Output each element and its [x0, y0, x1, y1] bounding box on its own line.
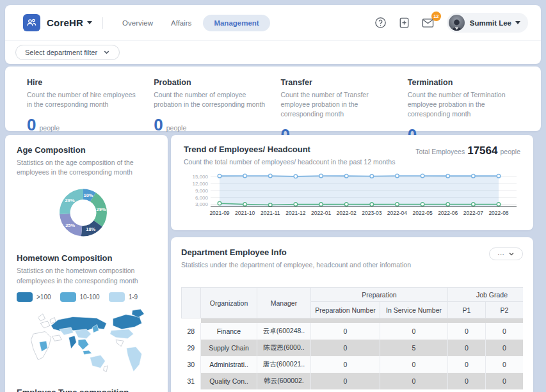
brand-title: CoreHR — [47, 17, 83, 28]
trend-line-chart: 3,0006,0009,00012,00015,0002021-092021-1… — [179, 168, 524, 226]
cell-value: 0 — [448, 340, 486, 356]
donut-slice-label: 18% — [86, 227, 95, 233]
cell-value: 0 — [311, 340, 380, 356]
user-menu[interactable]: Summit Lee — [447, 13, 528, 33]
cell-value: 0 — [448, 373, 486, 389]
trend-panel: Trend of Employees/ Headcount Count the … — [171, 135, 533, 230]
corehr-logo-icon — [23, 14, 40, 31]
y-tick-label: 3,000 — [195, 201, 209, 207]
stat-unit: people — [166, 124, 187, 132]
cell-rownum: 30 — [182, 356, 201, 373]
x-tick-label: 2021-09 — [209, 210, 229, 216]
cell-value: 0 — [311, 373, 380, 389]
x-tick-label: 2022-06 — [438, 210, 458, 216]
x-tick-label: 2023-03 — [362, 210, 381, 216]
stat-value: 0 — [154, 115, 163, 135]
stat-probation: ProbationCount the number of employee pr… — [146, 67, 273, 131]
data-point — [421, 174, 424, 178]
stat-title: Transfer — [281, 78, 392, 87]
x-tick-label: 2022-04 — [387, 210, 407, 216]
stat-title: Hire — [27, 78, 138, 87]
help-icon[interactable] — [374, 16, 388, 30]
y-tick-label: 12,000 — [193, 181, 209, 187]
employee-type-section: Employee Type composition Statistics on … — [17, 388, 156, 392]
cell-manager: 云卓(600248.. — [257, 323, 311, 340]
x-tick-label: 2022-02 — [337, 210, 357, 216]
nav-item-affairs[interactable]: Affairs — [165, 15, 198, 31]
data-point — [472, 174, 476, 178]
col-p1: P1 — [448, 302, 486, 318]
cell-rownum: 29 — [182, 340, 201, 356]
cell-manager: 唐古(600021.. — [257, 356, 311, 373]
stat-transfer: TransferCount the number of Transfer emp… — [273, 67, 400, 131]
avatar — [449, 15, 465, 31]
cell-rownum: 28 — [182, 323, 201, 340]
col-p2: P2 — [486, 302, 523, 318]
nav-item-overview[interactable]: Overview — [116, 15, 159, 31]
trend-title: Trend of Employees/ Headcount — [184, 145, 395, 154]
col-in-service-number: In Service Number — [380, 302, 448, 318]
col-organization: Organization — [201, 288, 257, 318]
legend-swatch — [109, 292, 125, 302]
group-preparation: Preparation — [311, 288, 448, 302]
cell-value: 0 — [486, 340, 523, 356]
hometown-composition-section: Hometown Composition Statistics on the h… — [17, 253, 156, 382]
mail-badge: 12 — [431, 12, 441, 21]
total-employees-unit: people — [500, 148, 520, 155]
more-options-button[interactable]: ··· — [489, 247, 523, 260]
data-point — [344, 174, 348, 178]
x-tick-label: 2022-07 — [463, 210, 483, 216]
cell-organization: Supply Chain — [201, 340, 257, 356]
data-point — [472, 203, 476, 207]
brand-menu[interactable]: CoreHR — [40, 17, 92, 28]
series-line-employees — [220, 176, 499, 176]
nav-item-management[interactable]: Management — [203, 15, 269, 31]
legend-label: >100 — [36, 294, 51, 301]
cell-rownum: 31 — [182, 373, 201, 389]
legend-item: 1-9 — [109, 292, 138, 302]
data-point — [268, 203, 272, 207]
y-tick-label: 6,000 — [195, 195, 209, 201]
cell-value: 0 — [448, 323, 486, 340]
data-point — [421, 203, 424, 207]
data-point — [396, 203, 399, 207]
hometown-legend: >10010-1001-9 — [17, 292, 156, 302]
cell-manager: 陈霞恩(6000.. — [257, 340, 311, 356]
ellipsis-icon: ··· — [497, 251, 504, 257]
data-point — [268, 174, 272, 178]
data-point — [497, 174, 501, 178]
x-tick-label: 2022-01 — [311, 210, 331, 216]
col-rownum — [182, 288, 201, 318]
data-point — [243, 203, 247, 207]
trend-desc: Count the total number of employees/ hea… — [184, 157, 395, 167]
cell-value: 0 — [486, 356, 523, 373]
data-point — [370, 175, 374, 178]
composition-panel: Age Composition Statistics on the age co… — [5, 135, 168, 392]
x-tick-label: 2022-08 — [488, 210, 508, 216]
cell-value: 0 — [380, 356, 448, 373]
main-nav: OverviewAffairsManagement — [116, 15, 270, 31]
department-desc: Statistics under the department of emplo… — [181, 260, 411, 270]
hometown-composition-desc: Statistics on the hometown composition o… — [17, 266, 156, 285]
data-point — [218, 201, 221, 205]
new-document-icon[interactable] — [397, 16, 412, 30]
cell-value: 0 — [448, 356, 486, 373]
corehr-dashboard: { "nav": { "brand": "CoreHR", "items": [… — [0, 0, 546, 392]
mail-icon[interactable]: 12 — [421, 16, 435, 30]
cell-organization: Quality Con.. — [201, 373, 257, 389]
table-row: 29Supply Chain陈霞恩(6000..0500 — [182, 340, 524, 356]
department-filter-select[interactable]: Select department filter — [15, 45, 120, 60]
x-tick-label: 2021-12 — [285, 210, 305, 216]
cell-value: 0 — [486, 323, 523, 340]
legend-item: 10-100 — [60, 292, 100, 302]
stat-desc: Count the number of Termination employee… — [408, 90, 519, 120]
age-composition-title: Age Composition — [17, 145, 156, 155]
legend-label: 1-9 — [129, 294, 138, 301]
cell-value: 0 — [311, 356, 380, 373]
user-name: Summit Lee — [470, 19, 511, 27]
legend-label: 10-100 — [80, 294, 100, 301]
table-row: 31Quality Con..韩云(600002.0000 — [182, 373, 524, 389]
brand-caret-icon — [87, 21, 92, 24]
total-employees-value: 17564 — [467, 145, 497, 157]
stat-hire: HireCount the number of hire employees i… — [19, 67, 146, 131]
